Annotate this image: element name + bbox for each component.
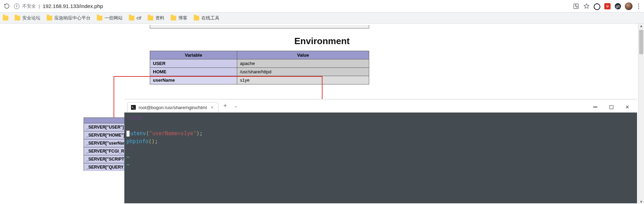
environment-table: Variable Value USER apache HOME /usr/sha…: [150, 51, 369, 84]
folder-icon: [47, 16, 52, 21]
bookmarks-bar: 安全论坛 应急响应中心平台 一些网站 ctf 资料 博客 在线工具: [0, 13, 644, 24]
browser-address-bar: i 不安全 | 192.168.91.133/index.php ◯ u gh: [0, 0, 644, 13]
bookmark-item[interactable]: 博客: [171, 15, 187, 21]
bookmark-item[interactable]: ctf: [129, 15, 141, 21]
vertical-scrollbar[interactable]: ▲ ▼: [638, 24, 644, 204]
terminal-body[interactable]: <?php utenv("userName=s1ye"); phpinfo();…: [124, 113, 637, 203]
star-icon[interactable]: [583, 3, 590, 10]
folder-icon: [194, 16, 199, 21]
bookmark-item[interactable]: 一些网站: [97, 15, 123, 21]
window-close-icon[interactable]: ×: [620, 102, 634, 112]
svg-rect-0: [574, 4, 579, 9]
scroll-down-icon[interactable]: ▼: [638, 200, 644, 204]
window-minimize-icon[interactable]: [588, 102, 602, 112]
folder-icon: [97, 16, 102, 21]
scrollbar-thumb[interactable]: [639, 30, 643, 54]
table-fragment: [150, 25, 369, 28]
terminal-tab[interactable]: >_ root@bogon:/usr/share/nginx/html ×: [127, 102, 218, 112]
folder-icon: [129, 16, 134, 21]
terminal-window: >_ root@bogon:/usr/share/nginx/html × + …: [124, 99, 637, 203]
extension-github-icon[interactable]: gh: [614, 3, 621, 10]
browser-menu-icon[interactable]: [636, 3, 641, 9]
column-header-value: Value: [237, 51, 369, 59]
bookmark-item[interactable]: 应急响应中心平台: [47, 15, 91, 21]
table-row-highlighted: userName s1ye: [150, 76, 369, 84]
folder-icon: [15, 16, 20, 21]
table-row: HOME /usr/share/httpd: [150, 68, 369, 76]
extension-ring-icon[interactable]: ◯: [593, 3, 600, 10]
folder-icon: [3, 16, 8, 21]
close-tab-icon[interactable]: ×: [210, 105, 215, 110]
url-text: 192.168.91.133/index.php: [42, 3, 103, 9]
insecure-label: 不安全: [22, 3, 36, 9]
terminal-cursor: [126, 131, 130, 137]
info-icon[interactable]: i: [14, 3, 20, 9]
bookmark-item[interactable]: 安全论坛: [15, 15, 40, 21]
profile-avatar[interactable]: [625, 2, 633, 10]
window-maximize-icon[interactable]: [604, 102, 618, 112]
folder-icon: [148, 16, 153, 21]
folder-icon: [171, 16, 176, 21]
bookmark-item[interactable]: 资料: [148, 15, 164, 21]
page-body: Environment Variable Value USER apache H…: [0, 24, 644, 204]
scroll-up-icon[interactable]: ▲: [638, 24, 644, 28]
terminal-tab-title: root@bogon:/usr/share/nginx/html: [139, 105, 207, 110]
table-row: USER apache: [150, 59, 369, 68]
terminal-tab-bar: >_ root@bogon:/usr/share/nginx/html × + …: [124, 99, 637, 113]
column-header-variable: Variable: [150, 51, 237, 59]
extension-ublock-icon[interactable]: u: [604, 3, 611, 10]
translate-icon[interactable]: [573, 3, 580, 10]
tab-dropdown-icon[interactable]: ⌄: [232, 104, 240, 108]
terminal-icon: >_: [131, 105, 136, 110]
reload-icon[interactable]: [3, 2, 10, 10]
url-box[interactable]: i 不安全 | 192.168.91.133/index.php: [14, 3, 293, 9]
bookmark-item[interactable]: [3, 16, 8, 21]
environment-heading: Environment: [0, 36, 644, 47]
new-tab-icon[interactable]: +: [220, 102, 230, 109]
bookmark-item[interactable]: 在线工具: [194, 15, 219, 21]
